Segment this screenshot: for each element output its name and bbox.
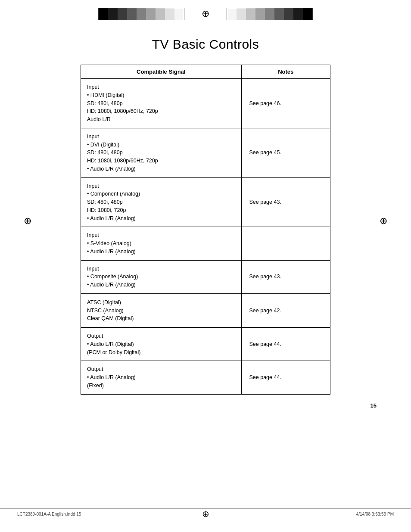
signal-cell: ATSC (Digital)NTSC (Analog)Clear QAM (Di…	[81, 294, 242, 327]
signal-cell: Input• DVI (Digital) SD: 480i, 480p HD: …	[81, 128, 242, 177]
notes-cell: See page 46.	[241, 79, 330, 128]
notes-cell	[241, 227, 330, 260]
notes-cell: See page 44.	[241, 361, 330, 394]
page-number: 15	[0, 395, 411, 413]
col1-header: Compatible Signal	[81, 65, 242, 79]
signal-cell: Input• S-Video (Analog)• Audio L/R (Anal…	[81, 227, 242, 260]
signal-cell: Output• Audio L/R (Analog) (Fixed)	[81, 361, 242, 394]
table-row: Input• Composite (Analog)• Audio L/R (An…	[81, 260, 330, 294]
crosshair-right: ⊕	[380, 215, 387, 227]
table-row: Input• HDMI (Digital) SD: 480i, 480p HD:…	[81, 79, 330, 128]
bottom-right-text: 4/14/08 3:53:59 PM	[209, 512, 394, 516]
notes-cell: See page 42.	[241, 294, 330, 327]
notes-cell: See page 44.	[241, 327, 330, 361]
notes-cell: See page 45.	[241, 128, 330, 177]
left-color-strip	[98, 8, 184, 20]
table-row: Output• Audio L/R (Analog) (Fixed)See pa…	[81, 361, 330, 394]
top-bar: ⊕	[0, 0, 411, 24]
signal-cell: Output• Audio L/R (Digital)(PCM or Dolby…	[81, 327, 242, 361]
table-row: Input• DVI (Digital) SD: 480i, 480p HD: …	[81, 128, 330, 177]
signal-cell: Input• HDMI (Digital) SD: 480i, 480p HD:…	[81, 79, 242, 128]
table-row: ATSC (Digital)NTSC (Analog)Clear QAM (Di…	[81, 294, 330, 327]
signal-cell: Input• Component (Analog) SD: 480i, 480p…	[81, 177, 242, 227]
table-row: Output• Audio L/R (Digital)(PCM or Dolby…	[81, 327, 330, 361]
right-color-strip	[227, 8, 313, 20]
crosshair-top: ⊕	[202, 8, 209, 19]
bottom-left-text: LCT2389-001A-A English.indd 15	[17, 512, 202, 516]
crosshair-left: ⊕	[24, 215, 31, 227]
table-row: Input• S-Video (Analog)• Audio L/R (Anal…	[81, 227, 330, 260]
notes-cell: See page 43.	[241, 177, 330, 227]
col2-header: Notes	[241, 65, 330, 79]
notes-cell: See page 43.	[241, 260, 330, 294]
crosshair-bottom: ⊕	[202, 509, 209, 519]
page-title: TV Basic Controls	[0, 37, 411, 52]
content-area: Compatible Signal Notes Input• HDMI (Dig…	[0, 65, 411, 395]
bottom-bar: LCT2389-001A-A English.indd 15 ⊕ 4/14/08…	[0, 508, 411, 519]
signal-table: Compatible Signal Notes Input• HDMI (Dig…	[81, 65, 330, 395]
signal-cell: Input• Composite (Analog)• Audio L/R (An…	[81, 260, 242, 294]
table-row: Input• Component (Analog) SD: 480i, 480p…	[81, 177, 330, 227]
